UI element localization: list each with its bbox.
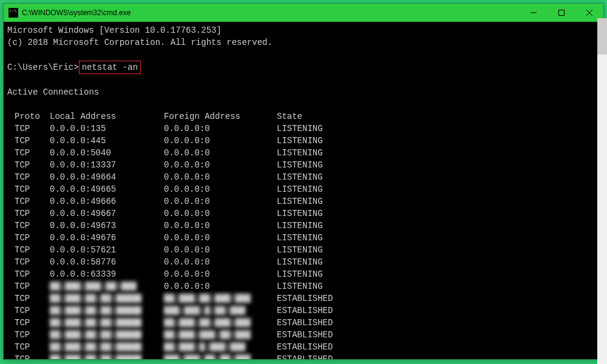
cell-local: 0.0.0.0:49676 (50, 232, 164, 244)
section-heading: Active Connections (7, 87, 99, 97)
titlebar: C:\WINDOWS\system32\cmd.exe (4, 4, 603, 22)
cell-state: LISTENING (277, 123, 603, 135)
window-controls (520, 4, 603, 22)
cell-proto: TCP (7, 147, 50, 159)
cell-foreign: 0.0.0.0:0 (164, 195, 277, 207)
cell-foreign: 0.0.0.0:0 (164, 135, 277, 147)
cell-state: LISTENING (277, 256, 603, 268)
cell-foreign: ██.███.█.███:███ (164, 341, 277, 353)
table-row: TCP██.███.██.██:████████.███.█.██:███EST… (7, 305, 603, 317)
cell-proto: TCP (7, 244, 50, 256)
cell-proto: TCP (7, 268, 50, 280)
cell-foreign: ███.███.██.██:███ (164, 353, 277, 359)
cell-state: ESTABLISHED (277, 317, 603, 329)
copyright-line: (c) 2018 Microsoft Corporation. All righ… (7, 38, 273, 47)
window-title: C:\WINDOWS\system32\cmd.exe (22, 8, 520, 17)
cell-foreign: 0.0.0.0:0 (164, 220, 277, 232)
cell-local: 0.0.0.0:49666 (50, 195, 164, 207)
cell-local: ██.███.██.██:█████ (50, 353, 164, 359)
table-row: TCP0.0.0.0:587760.0.0.0:0LISTENING (7, 256, 603, 268)
cell-foreign: 0.0.0.0:0 (164, 232, 277, 244)
table-row: TCP0.0.0.0:133370.0.0.0:0LISTENING (7, 159, 603, 171)
cell-state: ESTABLISHED (277, 305, 603, 317)
cell-proto: TCP (7, 353, 50, 359)
cell-state: LISTENING (277, 195, 603, 207)
version-line: Microsoft Windows [Version 10.0.17763.25… (7, 25, 222, 35)
terminal-area[interactable]: Microsoft Windows [Version 10.0.17763.25… (4, 22, 603, 359)
cell-proto: TCP (7, 159, 50, 171)
cell-foreign: 0.0.0.0:0 (164, 280, 277, 292)
cell-proto: TCP (7, 305, 50, 317)
cell-local: 0.0.0.0:63339 (50, 268, 164, 280)
cell-local: 0.0.0.0:445 (50, 135, 164, 147)
cell-foreign: 0.0.0.0:0 (164, 123, 277, 135)
cell-state: LISTENING (277, 135, 603, 147)
maximize-button[interactable] (548, 4, 575, 22)
table-row: TCP0.0.0.0:496670.0.0.0:0LISTENING (7, 207, 603, 220)
cell-local: ██.███.██.██:█████ (50, 305, 164, 317)
cmd-window: C:\WINDOWS\system32\cmd.exe Microsoft Wi… (3, 3, 604, 360)
cell-local: 0.0.0.0:57621 (50, 244, 164, 256)
cell-state: ESTABLISHED (277, 292, 603, 305)
table-row: TCP0.0.0.0:633390.0.0.0:0LISTENING (7, 268, 603, 280)
cell-state: ESTABLISHED (277, 353, 603, 359)
col-header-proto: Proto (7, 110, 50, 123)
cell-proto: TCP (7, 292, 50, 305)
cell-foreign: 0.0.0.0:0 (164, 207, 277, 220)
cell-local: ██.███.██.██:█████ (50, 341, 164, 353)
scrollbar-thumb[interactable] (597, 18, 607, 55)
cell-proto: TCP (7, 317, 50, 329)
cell-state: LISTENING (277, 171, 603, 183)
prompt-path: C:\Users\Eric> (7, 62, 79, 72)
cell-foreign: ██.███.██.███:███ (164, 317, 277, 329)
cell-proto: TCP (7, 207, 50, 220)
scrollbar[interactable] (597, 18, 607, 364)
cell-proto: TCP (7, 171, 50, 183)
cell-state: LISTENING (277, 268, 603, 280)
table-row: TCP██.███.██.██:███████.███.█.███:███EST… (7, 341, 603, 353)
cell-foreign: ██.███.██.███:███ (164, 292, 277, 305)
table-row: TCP0.0.0.0:1350.0.0.0:0LISTENING (7, 123, 603, 135)
cell-state: LISTENING (277, 220, 603, 232)
cell-local: 0.0.0.0:135 (50, 123, 164, 135)
connections-table: ProtoLocal AddressForeign AddressStateTC… (7, 110, 603, 359)
cell-local: 0.0.0.0:5040 (50, 147, 164, 159)
table-row: TCP0.0.0.0:496650.0.0.0:0LISTENING (7, 183, 603, 195)
command-text: netstat -an (82, 62, 138, 72)
cell-foreign: ███.███.█.██:███ (164, 305, 277, 317)
cell-foreign: 0.0.0.0:0 (164, 256, 277, 268)
table-row: TCP██.███.██.██:████████.███.██.██:███ES… (7, 353, 603, 359)
cell-state: LISTENING (277, 147, 603, 159)
cell-local: 0.0.0.0:49667 (50, 207, 164, 220)
cell-foreign: 0.0.0.0:0 (164, 159, 277, 171)
cell-foreign: 0.0.0.0:0 (164, 268, 277, 280)
table-row: TCP0.0.0.0:496730.0.0.0:0LISTENING (7, 220, 603, 232)
cell-local: 0.0.0.0:58776 (50, 256, 164, 268)
cell-local: 0.0.0.0:13337 (50, 159, 164, 171)
cell-proto: TCP (7, 123, 50, 135)
cell-foreign: 0.0.0.0:0 (164, 171, 277, 183)
cell-proto: TCP (7, 195, 50, 207)
cell-proto: TCP (7, 232, 50, 244)
table-header: ProtoLocal AddressForeign AddressState (7, 110, 603, 123)
cell-proto: TCP (7, 329, 50, 341)
cell-state: LISTENING (277, 280, 603, 292)
cell-state: LISTENING (277, 232, 603, 244)
svg-rect-1 (559, 10, 565, 16)
col-header-local: Local Address (50, 110, 164, 123)
cell-foreign: 0.0.0.0:0 (164, 183, 277, 195)
cmd-icon (8, 8, 18, 18)
table-row: TCP0.0.0.0:496760.0.0.0:0LISTENING (7, 232, 603, 244)
cell-foreign: ██.███.███.██:███ (164, 329, 277, 341)
col-header-foreign: Foreign Address (164, 110, 277, 123)
cell-local: 0.0.0.0:49664 (50, 171, 164, 183)
col-header-state: State (277, 110, 603, 123)
minimize-button[interactable] (520, 4, 548, 22)
cell-state: LISTENING (277, 183, 603, 195)
table-row: TCP0.0.0.0:496660.0.0.0:0LISTENING (7, 195, 603, 207)
cell-local: 0.0.0.0:49673 (50, 220, 164, 232)
cell-foreign: 0.0.0.0:0 (164, 244, 277, 256)
cell-proto: TCP (7, 135, 50, 147)
cell-local: ██.███.██.██:█████ (50, 292, 164, 305)
table-row: TCP██.███.██.██:███████.███.███.██:███ES… (7, 329, 603, 341)
